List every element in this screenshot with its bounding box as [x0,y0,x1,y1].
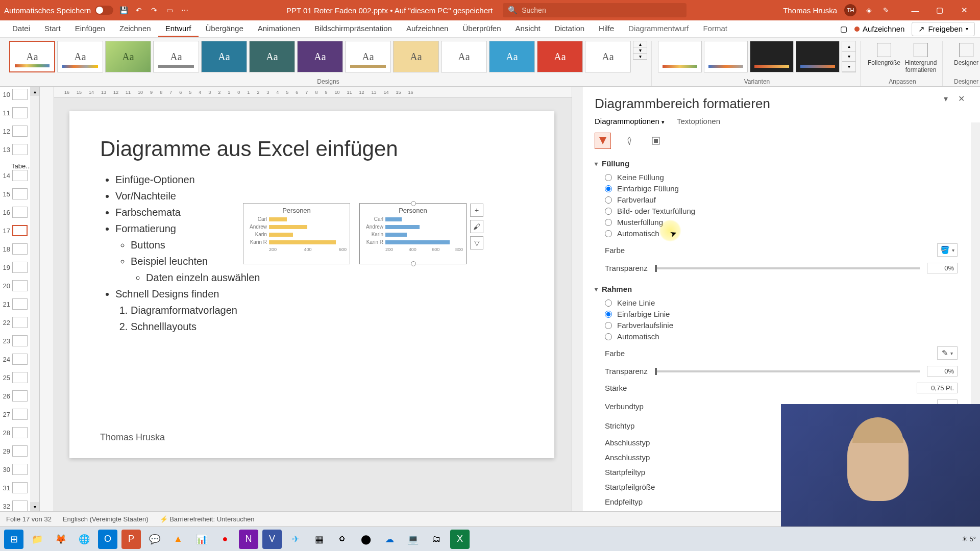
app-icon[interactable]: ⬤ [356,530,376,549]
ribbon-tab-hilfe[interactable]: Hilfe [592,21,621,37]
variant-thumb[interactable] [796,41,840,72]
start-button[interactable]: ⊞ [4,530,23,549]
border-transparency-value[interactable]: 0% [927,366,958,377]
format-background-button[interactable]: Hintergrund formatieren [903,41,938,73]
theme-thumb[interactable]: Aa [153,41,199,72]
theme-thumb[interactable]: Aa [345,41,391,72]
ribbon-tab-diagrammentwurf[interactable]: Diagrammentwurf [621,21,696,37]
border-section-header[interactable]: ▾ Rahmen [595,285,968,293]
fill-option-radio[interactable]: Musterfüllung [605,218,968,227]
fill-line-icon[interactable] [595,133,611,149]
fill-color-picker[interactable]: 🪣 [937,243,958,257]
border-option-radio[interactable]: Keine Linie [605,298,968,307]
ribbon-collapse-icon[interactable]: ▢ [840,24,847,34]
ribbon-tab-aufzeichnen[interactable]: Aufzeichnen [399,21,456,37]
pane-options-icon[interactable]: ▾ [944,94,948,104]
more-icon[interactable]: ⋯ [180,5,190,15]
search-input[interactable] [522,6,681,14]
chart-elements-button[interactable]: + [470,204,483,217]
language-indicator[interactable]: Englisch (Vereinigte Staaten) [63,515,149,523]
fill-section-header[interactable]: ▾ Füllung [595,159,968,168]
save-icon[interactable]: 💾 [118,5,129,15]
gallery-more-button[interactable]: ▴▾▾ [633,41,647,60]
visio-icon[interactable]: V [262,530,282,549]
chart-filter-button[interactable]: ▽ [470,236,483,249]
designer-button[interactable]: Designer [949,41,980,66]
chart-2-selected[interactable]: Personen CarlAndrewKarinKarin R 20040060… [359,203,467,264]
scroll-down-icon[interactable]: ▾ [30,502,39,511]
theme-thumb[interactable]: Aa [537,41,583,72]
scroll-up-icon[interactable]: ▴ [30,87,39,96]
ribbon-tab-übergänge[interactable]: Übergänge [199,21,251,37]
onenote-icon[interactable]: N [239,530,258,549]
theme-thumb[interactable]: Aa [297,41,343,72]
fill-option-radio[interactable]: Bild- oder Texturfüllung [605,207,968,215]
app-icon[interactable]: ▦ [309,530,329,549]
excel-icon[interactable]: X [450,530,470,549]
width-value[interactable]: 0,75 Pt. [917,383,958,393]
design-theme-gallery[interactable]: Aa Aa Aa Aa Aa Aa Aa Aa Aa Aa Aa Aa Aa ▴… [9,41,647,78]
search-box[interactable]: 🔍 [503,3,687,17]
ribbon-tab-bildschirmpräsentation[interactable]: Bildschirmpräsentation [307,21,399,37]
fill-option-radio[interactable]: Einfarbige Füllung [605,184,968,193]
ribbon-tab-dictation[interactable]: Dictation [548,21,592,37]
theme-thumb[interactable]: Aa [201,41,247,72]
minimize-button[interactable]: — [903,2,927,18]
weather-widget[interactable]: ☀ 5° [962,535,976,543]
border-option-radio[interactable]: Farbverlaufslinie [605,321,968,330]
size-properties-icon[interactable] [648,133,664,149]
present-icon[interactable]: ▭ [164,5,175,15]
fill-option-radio[interactable]: Farbverlauf [605,195,968,204]
tab-diagram-options[interactable]: Diagrammoptionen ▾ [595,117,665,126]
theme-thumb[interactable]: Aa [249,41,295,72]
tab-text-options[interactable]: Textoptionen [677,117,720,126]
close-button[interactable]: ✕ [952,2,976,18]
theme-thumb[interactable]: Aa [489,41,535,72]
theme-thumb[interactable]: Aa [441,41,487,72]
app-icon[interactable]: ● [215,530,235,549]
ribbon-tab-zeichnen[interactable]: Zeichnen [112,21,158,37]
ribbon-tab-animationen[interactable]: Animationen [251,21,307,37]
variant-more-button[interactable]: ▴▾▾ [842,41,856,72]
powerpoint-icon[interactable]: P [121,530,141,549]
chart-styles-button[interactable]: 🖌 [470,220,483,233]
pen-icon[interactable]: ✎ [881,5,891,15]
border-transparency-slider[interactable] [655,370,920,372]
variant-thumb[interactable] [658,41,702,72]
pane-close-icon[interactable]: ✕ [958,94,965,104]
app-icon[interactable]: 🗂 [427,530,446,549]
border-color-picker[interactable]: ✎ [937,346,958,360]
ribbon-tab-einfügen[interactable]: Einfügen [68,21,112,37]
record-button[interactable]: Aufzeichnen [854,24,905,33]
app-icon[interactable]: ⭘ [333,530,352,549]
ribbon-tab-format[interactable]: Format [696,21,734,37]
slide-canvas[interactable]: Diagramme aus Excel einfügen Einfüge-Opt… [69,111,554,458]
app-icon[interactable]: 📊 [192,530,211,549]
user-avatar[interactable]: TH [844,4,856,16]
theme-thumb[interactable]: Aa [57,41,103,72]
chart-1[interactable]: Personen CarlAndrewKarinKarin R 20040060… [243,203,350,264]
app-icon[interactable]: ☁ [380,530,399,549]
telegram-icon[interactable]: ✈ [286,530,305,549]
ribbon-tab-start[interactable]: Start [37,21,68,37]
chrome-icon[interactable]: 🌐 [75,530,94,549]
outlook-icon[interactable]: O [98,530,117,549]
effects-icon[interactable] [621,133,638,149]
variant-thumb[interactable] [750,41,794,72]
slide-counter[interactable]: Folie 17 von 32 [6,515,52,523]
diamond-icon[interactable]: ◈ [864,5,874,15]
border-option-radio[interactable]: Automatisch [605,332,968,341]
toggle-switch[interactable] [95,6,113,15]
app-icon[interactable]: ▲ [168,530,188,549]
transparency-value[interactable]: 0% [927,263,958,273]
editor-scrollbar[interactable] [572,87,582,511]
explorer-icon[interactable]: 📁 [28,530,47,549]
undo-icon[interactable]: ↶ [134,5,144,15]
theme-thumb[interactable]: Aa [585,41,631,72]
fill-option-radio[interactable]: Automatisch [605,229,968,238]
border-option-radio[interactable]: Einfarbige Linie [605,310,968,318]
transparency-slider[interactable] [655,267,920,269]
variant-thumb[interactable] [704,41,748,72]
app-icon[interactable]: 💻 [403,530,423,549]
autosave-toggle[interactable]: Automatisches Speichern [4,6,113,15]
